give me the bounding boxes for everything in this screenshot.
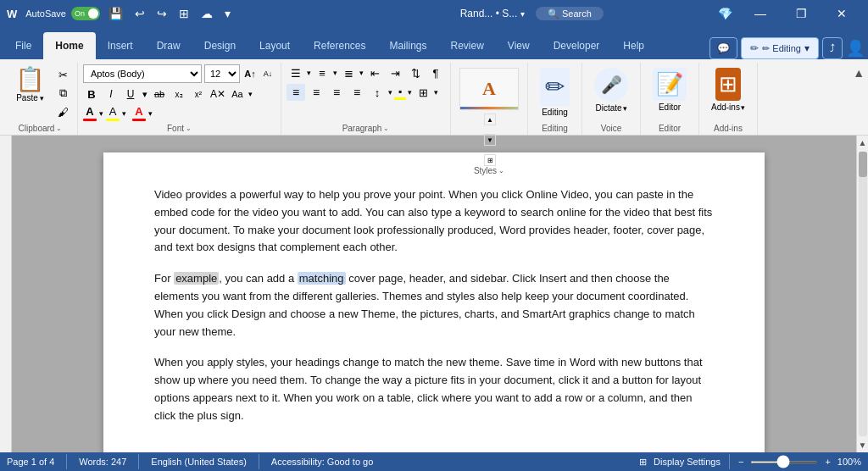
copilot-icon[interactable]: 💎: [711, 7, 739, 20]
styles-expand[interactable]: ⊞: [484, 154, 496, 166]
copy-button[interactable]: ⧉: [53, 85, 72, 102]
borders-button[interactable]: ⊞: [414, 84, 432, 101]
line-spacing-button[interactable]: ↕: [368, 84, 387, 101]
editing-mode-button[interactable]: ✏ ✏ Editing ▾: [741, 37, 819, 59]
tab-view[interactable]: View: [496, 32, 542, 59]
document-page[interactable]: Video provides a powerful way to help yo…: [103, 152, 765, 452]
clipboard-expand[interactable]: ⌄: [56, 125, 62, 132]
dictate-dropdown[interactable]: ▾: [623, 104, 627, 113]
underline-button[interactable]: U: [122, 86, 139, 103]
align-center-button[interactable]: ≡: [307, 84, 326, 101]
bold-button[interactable]: B: [83, 86, 100, 103]
paste-button[interactable]: 📋 Paste ▾: [8, 64, 52, 106]
paste-dropdown[interactable]: ▾: [40, 94, 44, 103]
share-button[interactable]: ⤴: [822, 37, 843, 59]
italic-button[interactable]: I: [103, 86, 120, 103]
scroll-down-button[interactable]: ▼: [856, 438, 868, 452]
change-case-button[interactable]: Aa: [229, 86, 246, 103]
increase-font-button[interactable]: A↑: [242, 66, 258, 81]
shading-dropdown[interactable]: ▾: [408, 88, 412, 97]
editor-button[interactable]: 📝 Editor: [646, 64, 693, 115]
highlight-dropdown[interactable]: ▾: [122, 109, 126, 118]
restore-button[interactable]: ❐: [782, 0, 821, 27]
save-icon[interactable]: 💾: [105, 5, 126, 22]
change-case-dropdown[interactable]: ▾: [248, 90, 253, 98]
editing-big-button[interactable]: ✏ Editing: [533, 64, 576, 120]
undo-icon[interactable]: ↩: [131, 5, 148, 22]
increase-indent-button[interactable]: ⇥: [386, 64, 404, 81]
font-size-select[interactable]: 12: [204, 64, 240, 83]
styles-scroll-down[interactable]: ▼: [484, 134, 496, 146]
search-box[interactable]: 🔍 Search: [536, 7, 604, 20]
line-spacing-dropdown[interactable]: ▾: [388, 88, 392, 97]
decrease-indent-button[interactable]: ⇤: [365, 64, 384, 81]
decrease-font-button[interactable]: A↓: [260, 66, 275, 81]
addins-button[interactable]: ⊞ Add-ins ▾: [704, 64, 752, 115]
redo-icon[interactable]: ↪: [153, 5, 170, 22]
tab-layout[interactable]: Layout: [248, 32, 302, 59]
profile-button[interactable]: 👤: [846, 39, 865, 58]
show-marks-button[interactable]: ¶: [426, 64, 445, 81]
accessibility-check[interactable]: Accessibility: Good to go: [271, 457, 373, 467]
tab-references[interactable]: References: [302, 32, 377, 59]
strikethrough-button[interactable]: ab: [151, 86, 168, 103]
subscript-button[interactable]: x₂: [170, 86, 187, 103]
tab-developer[interactable]: Developer: [542, 32, 612, 59]
bullets-button[interactable]: ☰: [287, 64, 305, 81]
scroll-track[interactable]: [859, 152, 867, 436]
layout-icon[interactable]: ⊞: [175, 5, 192, 22]
sort-button[interactable]: ⇅: [406, 64, 425, 81]
paragraph-expand[interactable]: ⌄: [383, 125, 389, 132]
styles-button[interactable]: A: [456, 64, 522, 114]
font-family-select[interactable]: Aptos (Body): [83, 64, 202, 83]
tab-help[interactable]: Help: [611, 32, 656, 59]
autosave-toggle[interactable]: On: [71, 7, 100, 20]
zoom-level[interactable]: 100%: [837, 457, 861, 467]
multilevel-dropdown[interactable]: ▾: [359, 69, 364, 77]
cut-button[interactable]: ✂: [53, 66, 72, 83]
align-left-button[interactable]: ≡: [287, 84, 305, 101]
editing-dropdown-icon[interactable]: ▾: [804, 42, 810, 54]
clear-format-button[interactable]: A✕: [209, 86, 226, 103]
font-color-button[interactable]: A: [83, 105, 97, 121]
tab-mailings[interactable]: Mailings: [377, 32, 438, 59]
text-color-button[interactable]: A: [132, 105, 146, 121]
comments-button[interactable]: 💬: [709, 37, 737, 59]
styles-scroll-up[interactable]: ▲: [484, 114, 496, 125]
close-button[interactable]: ✕: [822, 0, 861, 27]
more-icon[interactable]: ▾: [221, 5, 234, 22]
vertical-scrollbar[interactable]: ▲ ▼: [856, 136, 868, 452]
tab-home[interactable]: Home: [43, 32, 95, 59]
zoom-out-icon[interactable]: −: [738, 457, 743, 467]
font-expand[interactable]: ⌄: [186, 125, 192, 132]
scroll-up-button[interactable]: ▲: [856, 136, 868, 150]
tab-draw[interactable]: Draw: [145, 32, 192, 59]
multilevel-button[interactable]: ≣: [339, 64, 358, 81]
highlight-color-button[interactable]: A: [106, 105, 120, 121]
minimize-button[interactable]: —: [741, 0, 780, 27]
text-color-dropdown[interactable]: ▾: [148, 109, 153, 118]
borders-dropdown[interactable]: ▾: [434, 88, 438, 97]
dictate-button[interactable]: 🎤 Dictate ▾: [587, 64, 635, 116]
format-painter-button[interactable]: 🖌: [53, 103, 72, 120]
justify-button[interactable]: ≡: [348, 84, 366, 101]
superscript-button[interactable]: x²: [190, 86, 207, 103]
addins-dropdown[interactable]: ▾: [741, 103, 745, 112]
tab-insert[interactable]: Insert: [96, 32, 145, 59]
display-settings-label[interactable]: Display Settings: [654, 457, 721, 467]
zoom-in-icon[interactable]: +: [825, 457, 830, 467]
tab-design[interactable]: Design: [192, 32, 248, 59]
title-dropdown[interactable]: ▾: [520, 9, 525, 19]
numbering-dropdown[interactable]: ▾: [333, 69, 337, 77]
scroll-thumb[interactable]: [859, 152, 867, 177]
align-right-button[interactable]: ≡: [327, 84, 346, 101]
tab-file[interactable]: File: [3, 32, 43, 59]
numbering-button[interactable]: ≡: [313, 64, 331, 81]
underline-dropdown[interactable]: ▾: [142, 89, 147, 100]
shading-button[interactable]: ▪: [394, 86, 406, 100]
collapse-ribbon-button[interactable]: ▲: [853, 66, 865, 80]
font-color-dropdown[interactable]: ▾: [99, 109, 103, 118]
tab-review[interactable]: Review: [439, 32, 496, 59]
zoom-slider[interactable]: [750, 461, 818, 463]
styles-expand-icon[interactable]: ⌄: [498, 167, 504, 175]
